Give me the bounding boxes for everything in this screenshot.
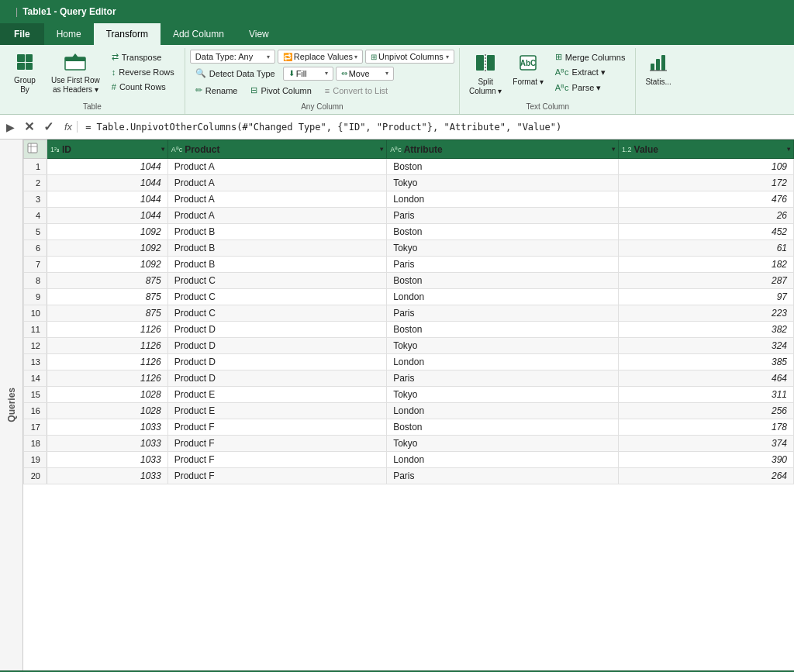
- maximize-button[interactable]: [751, 0, 769, 23]
- table-group-label: Table: [83, 101, 102, 112]
- value-cell: 256: [619, 403, 794, 419]
- row-number: 15: [24, 387, 47, 403]
- svg-rect-12: [651, 64, 654, 71]
- svg-rect-1: [26, 54, 33, 62]
- group-by-button[interactable]: GroupBy: [5, 50, 45, 98]
- unpivot-columns-dropdown[interactable]: ⊞ Unpivot Columns ▾: [365, 50, 454, 64]
- attribute-cell: London: [387, 403, 619, 419]
- close-button[interactable]: [769, 0, 788, 23]
- product-cell: Product D: [167, 338, 386, 354]
- table-row: 19 1033 Product F London 390: [24, 452, 794, 468]
- product-cell: Product A: [167, 191, 386, 208]
- id-cell: 1044: [47, 191, 168, 208]
- value-cell: 324: [619, 338, 794, 354]
- id-cell: 1044: [47, 159, 168, 175]
- window-controls: [732, 0, 788, 23]
- replace-values-dropdown[interactable]: 🔁 Replace Values ▾: [278, 50, 363, 64]
- value-cell: 109: [619, 159, 794, 175]
- use-first-row-button[interactable]: Use First Rowas Headers ▾: [47, 50, 105, 98]
- id-cell: 875: [47, 305, 168, 322]
- row-number: 9: [24, 289, 47, 305]
- detect-data-type-button[interactable]: 🔍 Detect Data Type: [190, 66, 281, 81]
- main-layout: Queries 1²₃: [0, 140, 794, 670]
- value-column-header[interactable]: 1.2 Value ▾: [619, 140, 794, 159]
- product-cell: Product E: [167, 403, 386, 419]
- ribbon-group-table: GroupBy Use First Rowas Headers ▾ ⇄ Tran…: [0, 48, 185, 114]
- value-col-dropdown[interactable]: ▾: [787, 146, 790, 153]
- format-button[interactable]: AbC Format ▾: [508, 50, 547, 90]
- tab-home[interactable]: Home: [44, 23, 94, 45]
- formula-input[interactable]: = Table.UnpivotOtherColumns(#"Changed Ty…: [81, 120, 791, 134]
- attribute-cell: Boston: [387, 224, 619, 240]
- ribbon-group-any-column: Data Type: Any ▾ 🔁 Replace Values ▾ ⊞ Un…: [185, 48, 460, 114]
- statistics-button[interactable]: Statis...: [640, 50, 675, 90]
- formula-accept-button[interactable]: ✓: [40, 119, 57, 134]
- row-number: 2: [24, 175, 47, 191]
- table-row: 17 1033 Product F Boston 178: [24, 419, 794, 436]
- id-cell: 1092: [47, 240, 168, 257]
- queries-panel[interactable]: Queries: [0, 140, 23, 670]
- value-cell: 374: [619, 436, 794, 452]
- svg-rect-8: [487, 55, 495, 71]
- move-dropdown[interactable]: ⇔ Move ▾: [336, 67, 394, 81]
- attribute-cell: Tokyo: [387, 338, 619, 354]
- any-column-group-label: Any Column: [301, 101, 343, 112]
- product-cell: Product A: [167, 159, 386, 175]
- table-row: 20 1033 Product F Paris 264: [24, 468, 794, 484]
- rename-label: Rename: [205, 86, 238, 95]
- product-col-dropdown[interactable]: ▾: [380, 146, 383, 153]
- fill-dropdown[interactable]: ⬇ Fill ▾: [283, 67, 333, 81]
- product-cell: Product F: [167, 436, 386, 452]
- data-grid-container[interactable]: 1²₃ ID ▾ Aᴮc Product ▾: [23, 140, 794, 670]
- split-column-button[interactable]: SplitColumn ▾: [464, 50, 506, 99]
- extract-button[interactable]: Aᴮc Extract ▾: [550, 65, 631, 80]
- row-number: 5: [24, 224, 47, 240]
- data-type-dropdown[interactable]: Data Type: Any ▾: [190, 50, 275, 64]
- attribute-cell: Paris: [387, 468, 619, 484]
- reverse-rows-button[interactable]: ↕ Reverse Rows: [106, 65, 180, 79]
- id-col-dropdown[interactable]: ▾: [161, 146, 164, 153]
- queries-label: Queries: [6, 388, 17, 422]
- attribute-cell: Tokyo: [387, 175, 619, 191]
- count-rows-button[interactable]: # Count Rows: [106, 80, 180, 94]
- id-cell: 1044: [47, 175, 168, 191]
- transpose-button[interactable]: ⇄ Transpose: [106, 50, 180, 64]
- tab-file[interactable]: File: [0, 23, 44, 45]
- row-number: 7: [24, 257, 47, 273]
- table-row: 15 1028 Product E Tokyo 311: [24, 387, 794, 403]
- attribute-column-header[interactable]: Aᴮc Attribute ▾: [387, 140, 619, 159]
- id-column-header[interactable]: 1²₃ ID ▾: [47, 140, 168, 159]
- svg-rect-14: [661, 55, 665, 71]
- table-row: 2 1044 Product A Tokyo 172: [24, 175, 794, 191]
- table-row: 13 1126 Product D London 385: [24, 354, 794, 370]
- product-cell: Product F: [167, 468, 386, 484]
- id-col-label: ID: [62, 144, 71, 155]
- table-row: 10 875 Product C Paris 223: [24, 305, 794, 322]
- rename-button[interactable]: ✏ Rename: [190, 83, 243, 98]
- id-cell: 1126: [47, 338, 168, 354]
- formula-cancel-button[interactable]: ✕: [21, 119, 37, 134]
- attribute-cell: Boston: [387, 273, 619, 289]
- merge-columns-button[interactable]: ⊞ Merge Columns: [550, 50, 631, 64]
- product-column-header[interactable]: Aᴮc Product ▾: [167, 140, 386, 159]
- table-row: 5 1092 Product B Boston 452: [24, 224, 794, 240]
- tab-add-column[interactable]: Add Column: [161, 23, 236, 45]
- table-row: 1 1044 Product A Boston 109: [24, 159, 794, 175]
- value-cell: 385: [619, 354, 794, 370]
- attribute-col-dropdown[interactable]: ▾: [612, 146, 615, 153]
- parse-button[interactable]: Aᴮc Parse ▾: [550, 81, 631, 95]
- formula-expand-icon[interactable]: ▶: [3, 119, 18, 135]
- svg-rect-0: [17, 54, 25, 62]
- pivot-column-button[interactable]: ⊟ Pivot Column: [245, 83, 316, 98]
- value-cell: 264: [619, 468, 794, 484]
- row-number: 13: [24, 354, 47, 370]
- minimize-button[interactable]: [732, 0, 751, 23]
- row-number: 8: [24, 273, 47, 289]
- table-row: 3 1044 Product A London 476: [24, 191, 794, 208]
- formula-bar: ▶ ✕ ✓ fx = Table.UnpivotOtherColumns(#"C…: [0, 115, 794, 140]
- tab-transform[interactable]: Transform: [94, 23, 161, 45]
- id-cell: 1028: [47, 403, 168, 419]
- product-cell: Product C: [167, 289, 386, 305]
- tab-view[interactable]: View: [236, 23, 281, 45]
- convert-to-list-button[interactable]: ≡ Convert to List: [319, 84, 393, 98]
